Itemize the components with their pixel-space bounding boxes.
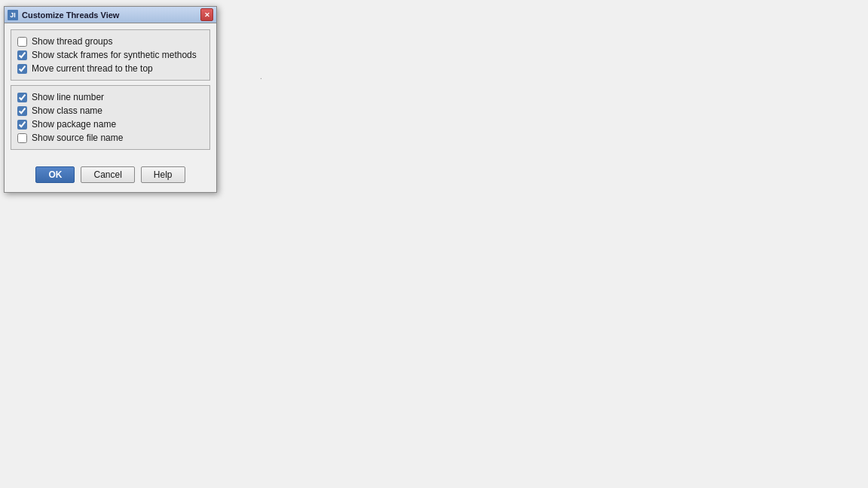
- cancel-button[interactable]: Cancel: [81, 166, 134, 183]
- show-thread-groups-label: Show thread groups: [32, 36, 112, 47]
- dialog-content: Show thread groups Show stack frames for…: [5, 23, 216, 160]
- show-stack-frames-label: Show stack frames for synthetic methods: [32, 50, 197, 60]
- dialog-title: Customize Threads View: [22, 11, 200, 20]
- show-source-file-name-checkbox[interactable]: [17, 133, 27, 143]
- checkbox-row-show-stack-frames[interactable]: Show stack frames for synthetic methods: [17, 48, 203, 62]
- close-button[interactable]: ✕: [200, 8, 213, 21]
- background-dot: .: [260, 72, 262, 81]
- dialog-footer: OK Cancel Help: [5, 160, 216, 192]
- show-source-file-name-label: Show source file name: [32, 133, 123, 143]
- show-thread-groups-checkbox[interactable]: [17, 37, 27, 47]
- checkbox-row-show-source-file-name[interactable]: Show source file name: [17, 131, 203, 145]
- show-stack-frames-checkbox[interactable]: [17, 50, 27, 60]
- show-line-number-label: Show line number: [32, 92, 104, 102]
- section-2: Show line number Show class name Show pa…: [11, 85, 210, 150]
- show-package-name-label: Show package name: [32, 119, 116, 130]
- checkbox-row-show-line-number[interactable]: Show line number: [17, 90, 203, 104]
- ok-button[interactable]: OK: [35, 166, 75, 183]
- show-package-name-checkbox[interactable]: [17, 120, 27, 130]
- show-class-name-label: Show class name: [32, 105, 102, 116]
- checkbox-row-show-class-name[interactable]: Show class name: [17, 104, 203, 117]
- checkbox-row-show-thread-groups[interactable]: Show thread groups: [17, 35, 203, 48]
- show-class-name-checkbox[interactable]: [17, 106, 27, 116]
- show-line-number-checkbox[interactable]: [17, 93, 27, 102]
- move-current-thread-checkbox[interactable]: [17, 64, 27, 74]
- dialog-icon: JI: [8, 10, 18, 20]
- checkbox-row-move-current-thread[interactable]: Move current thread to the top: [17, 62, 203, 75]
- section-1: Show thread groups Show stack frames for…: [11, 29, 210, 81]
- checkbox-row-show-package-name[interactable]: Show package name: [17, 117, 203, 131]
- help-button[interactable]: Help: [141, 166, 185, 183]
- dialog-titlebar: JI Customize Threads View ✕: [5, 7, 216, 23]
- customize-threads-dialog: JI Customize Threads View ✕ Show thread …: [4, 6, 217, 193]
- move-current-thread-label: Move current thread to the top: [32, 63, 153, 74]
